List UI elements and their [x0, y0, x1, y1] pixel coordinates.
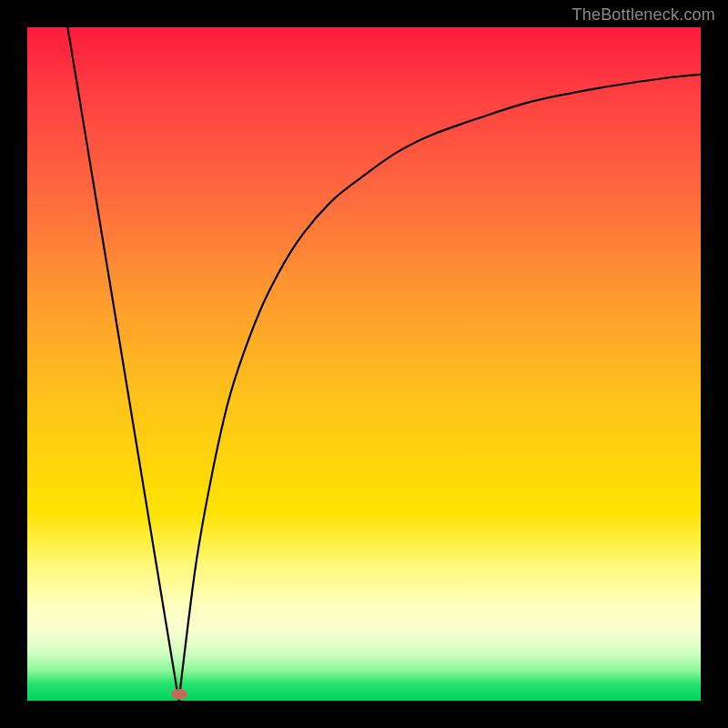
bottleneck-curve — [27, 27, 701, 701]
optimal-point-marker — [171, 689, 187, 700]
plot-area — [27, 27, 701, 701]
watermark-text: TheBottleneck.com — [572, 5, 715, 25]
chart-frame: TheBottleneck.com — [0, 0, 728, 728]
